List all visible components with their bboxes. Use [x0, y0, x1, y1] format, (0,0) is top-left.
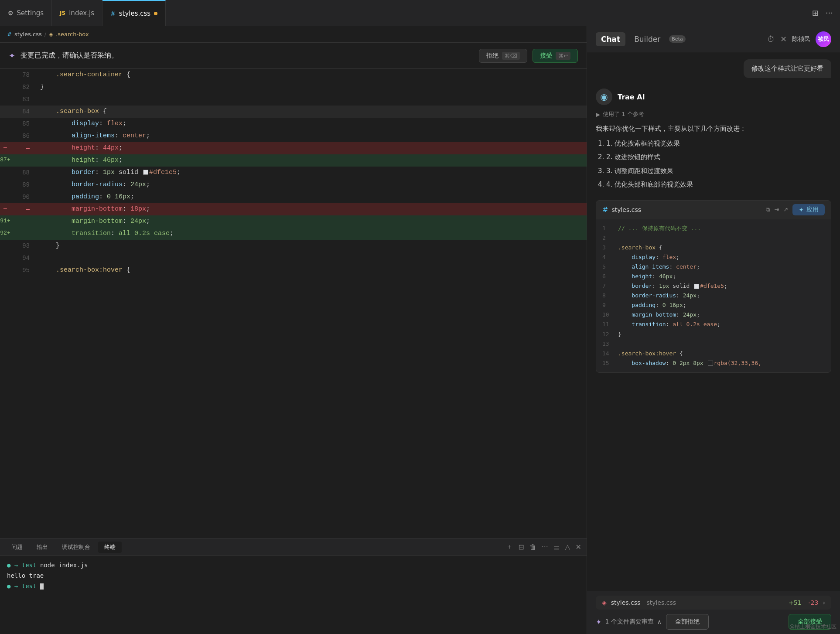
chat-code-block: # styles.css ⧉ ⇥ ↗ ✦ 应用 1: [596, 200, 831, 373]
split-terminal-icon[interactable]: ⊟: [518, 543, 524, 551]
code-line-83: 83: [0, 93, 587, 106]
ai-point-2: 2. 改进按钮的样式: [606, 152, 831, 163]
more-actions-icon[interactable]: ···: [826, 8, 833, 17]
chat-code-line-7: 7 border: 1px solid #dfe1e5;: [602, 281, 825, 291]
breadcrumb-selector-icon: ◈: [49, 31, 53, 37]
user-message: 修改这个样式让它更好看: [744, 59, 831, 78]
reject-button[interactable]: 拒绝 ⌘⌫: [479, 49, 527, 63]
chat-code-line-1: 1 // ... 保持原有代码不变 ...: [602, 224, 825, 233]
code-editor[interactable]: 78 .search-container { 82 } 83 84 .searc…: [0, 69, 587, 538]
chat-code-line-10: 10 margin-bottom: 24px;: [602, 310, 825, 320]
tab-debug-console[interactable]: 调试控制台: [56, 542, 96, 553]
ai-avatar: ◉: [596, 89, 612, 105]
code-line-86: 86 align-items: center;: [0, 130, 587, 142]
code-line-add-height46: 87+ height: 46px;: [0, 154, 587, 167]
chat-header-right: ⏱ ✕ 陈祯民 祯民: [767, 31, 831, 47]
ai-message-area[interactable]: 修改这个样式让它更好看 ◉ Trae AI ▶ 使用了 1 个参考 我来帮你优化…: [587, 52, 840, 591]
tab-settings[interactable]: ⚙ Settings: [0, 0, 52, 26]
chat-code-line-4: 4 display: flex;: [602, 252, 825, 262]
chat-panel: Chat Builder Beta ⏱ ✕ 陈祯民 祯民 修改这个样式让它更好看…: [587, 26, 840, 634]
copy-code-icon[interactable]: ⧉: [766, 206, 770, 213]
add-terminal-icon[interactable]: ＋: [506, 542, 513, 552]
tab-bar-actions: ⊞ ···: [812, 8, 840, 17]
history-icon[interactable]: ⏱: [767, 34, 775, 44]
terminal-content[interactable]: ● → test node index.js hello trae ● → te…: [0, 556, 587, 634]
ai-message-header: ◉ Trae AI: [587, 82, 840, 109]
tab-output[interactable]: 输出: [31, 542, 54, 553]
terminal-line-2: hello trae: [7, 571, 580, 581]
ai-reference: ▶ 使用了 1 个参考: [587, 109, 840, 122]
commit-filename-alt: styles.css: [646, 599, 676, 606]
commit-stats-add: +51: [789, 599, 802, 606]
chat-code-line-2: 2: [602, 233, 825, 243]
chat-code-line-11: 11 transition: all 0.2s ease;: [602, 320, 825, 329]
close-panel-icon[interactable]: ✕: [576, 543, 581, 551]
commit-file-icon: ◈: [602, 599, 607, 606]
commit-filename: styles.css: [611, 599, 641, 606]
terminal-settings-icon[interactable]: ⚌: [553, 543, 560, 551]
tab-styles-css[interactable]: # styles.css: [102, 0, 166, 26]
accept-button[interactable]: 接受 ⌘↩: [533, 49, 578, 63]
code-line-95: 95 .search-box:hover {: [0, 264, 587, 276]
delete-terminal-icon[interactable]: 🗑: [529, 543, 536, 551]
commit-file-row: ◈ styles.css styles.css +51 -23 ›: [596, 596, 831, 610]
css-hash-icon: #: [110, 10, 116, 17]
line-marker-78: [0, 69, 10, 81]
apply-icon: ✦: [799, 206, 804, 213]
reject-all-button[interactable]: 全部拒绝: [666, 614, 709, 630]
tab-index-js[interactable]: JS index.js: [52, 0, 102, 26]
apply-button[interactable]: ✦ 应用: [792, 204, 825, 215]
code-line-82: 82 }: [0, 81, 587, 93]
code-line-88: 88 border: 1px solid #dfe1e5;: [0, 167, 587, 179]
terminal-line-3: ● → test: [7, 581, 580, 592]
chat-code-line-6: 6 height: 46px;: [602, 272, 825, 281]
code-line-85: 85 display: flex;: [0, 118, 587, 130]
chat-code-line-12: 12 }: [602, 330, 825, 339]
commit-expand-icon[interactable]: ›: [823, 599, 825, 606]
chat-code-filename: styles.css: [611, 206, 641, 213]
accept-shortcut: ⌘↩: [556, 52, 570, 60]
chat-code-line-13: 13: [602, 339, 825, 349]
terminal-actions: ＋ ⊟ 🗑 ··· ⚌ △ ✕: [506, 542, 581, 552]
export-code-icon[interactable]: ↗: [783, 206, 788, 213]
code-line-del-height44: — — height: 44px;: [0, 142, 587, 154]
js-icon: JS: [60, 10, 65, 16]
user-message-row: 修改这个样式让它更好看: [587, 52, 840, 82]
chat-code-line-15: 15 box-shadow: 0 2px 8px rgba(32,33,36,: [602, 358, 825, 368]
builder-tab[interactable]: Builder: [629, 32, 666, 46]
ai-name: Trae AI: [618, 93, 645, 101]
ai-body: 我来帮你优化一下样式，主要从以下几个方面改进： 1. 优化搜索框的视觉效果 2.…: [587, 122, 840, 195]
reject-shortcut: ⌘⌫: [502, 52, 520, 60]
more-terminal-icon[interactable]: ···: [542, 543, 548, 551]
breadcrumb-file: styles.css: [14, 31, 42, 37]
settings-icon: ⚙: [8, 10, 14, 17]
chat-code-line-5: 5 align-items: center;: [602, 262, 825, 272]
breadcrumb-sep: /: [44, 31, 46, 37]
cursor: [40, 583, 44, 590]
code-line-93: 93 }: [0, 240, 587, 252]
diff-magic-icon: ✦: [9, 51, 15, 60]
chat-code-line-3: 3 .search-box {: [602, 243, 825, 252]
close-chat-icon[interactable]: ✕: [780, 34, 787, 44]
code-line-add-margin24: 91+ margin-bottom: 24px;: [0, 215, 587, 228]
terminal-up-icon[interactable]: △: [565, 543, 570, 551]
insert-code-icon[interactable]: ⇥: [774, 206, 779, 213]
watermark: @桔士桐金技术社区: [789, 623, 837, 631]
chat-tab[interactable]: Chat: [596, 32, 625, 46]
unsaved-dot: [154, 12, 157, 15]
bottom-tabs: 问题 输出 调试控制台 终端 ＋ ⊟ 🗑 ··· ⚌ △: [0, 539, 587, 556]
chat-header: Chat Builder Beta ⏱ ✕ 陈祯民 祯民: [587, 26, 840, 52]
breadcrumb: # styles.css / ◈ .search-box: [0, 26, 587, 43]
tab-terminal[interactable]: 终端: [98, 542, 122, 553]
split-editor-icon[interactable]: ⊞: [812, 8, 819, 17]
diff-bar-message: 变更已完成，请确认是否采纳。: [20, 51, 474, 60]
main-layout: # styles.css / ◈ .search-box ✦ 变更已完成，请确认…: [0, 26, 840, 634]
beta-badge: Beta: [669, 35, 685, 43]
code-line-90: 90 padding: 0 16px;: [0, 191, 587, 203]
review-chevron[interactable]: ∧: [657, 618, 662, 625]
reference-arrow: ▶: [596, 111, 600, 118]
chat-code-line-8: 8 border-radius: 24px;: [602, 291, 825, 300]
tab-problems[interactable]: 问题: [5, 542, 29, 553]
code-line-89: 89 border-radius: 24px;: [0, 179, 587, 191]
chat-code-line-9: 9 padding: 0 16px;: [602, 300, 825, 310]
